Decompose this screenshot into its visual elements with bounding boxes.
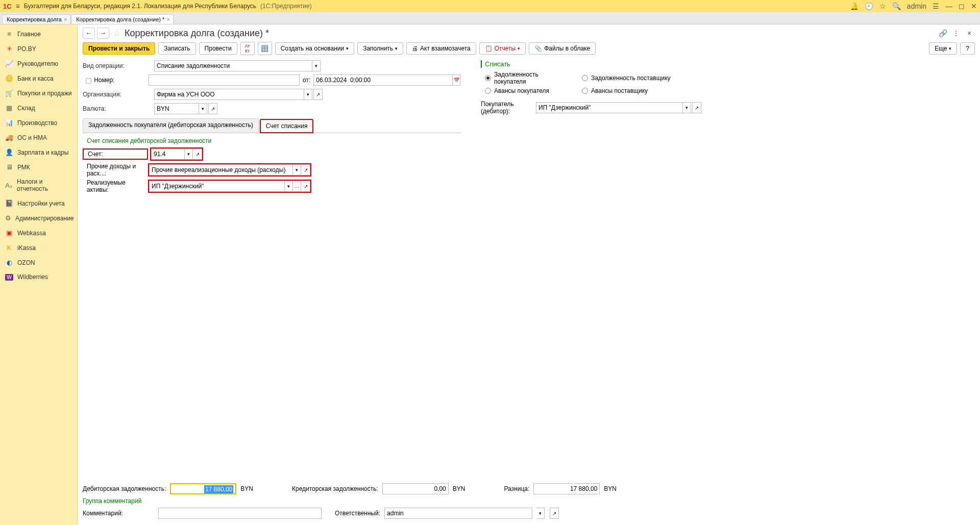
sidebar-item-assets[interactable]: 🚚ОС и НМА [0,130,77,145]
more-button[interactable]: Еще ▾ [929,42,957,55]
history-icon[interactable]: 🕘 [865,2,873,10]
radio-supplier-advance[interactable]: Авансы поставщику [582,87,674,94]
back-button[interactable]: ← [83,28,95,39]
sidebar-item-bank[interactable]: 🪙Банк и касса [0,71,77,86]
income-input[interactable] [149,164,293,176]
post-close-button[interactable]: Провести и закрыть [83,42,155,55]
responsible-input[interactable] [384,508,532,519]
sidebar-item-label: Налоги и отчетность [17,178,72,192]
menu-icon[interactable]: ☰ [933,2,939,10]
debtor-label: Дебиторская задолженность: [83,485,166,492]
sidebar-item-trade[interactable]: 🛒Покупки и продажи [0,86,77,101]
favorite-icon[interactable]: ☆ [113,29,120,38]
org-input[interactable] [154,89,304,100]
dropdown-icon[interactable]: ▾ [312,60,321,71]
help-button[interactable]: ? [960,42,975,55]
dropdown-icon[interactable]: ▾ [536,508,545,519]
post-button[interactable]: Провести [199,42,237,55]
maximize-icon[interactable]: ◻ [959,2,965,10]
search-icon[interactable]: 🔍 [892,2,901,10]
radio-buyer-advance[interactable]: Авансы покупателя [485,87,572,94]
debtor-input[interactable]: 17 880,00 [170,483,236,494]
sidebar-item-salary[interactable]: 👤Зарплата и кадры [0,145,77,160]
kebab-icon[interactable]: ⋮ [950,28,962,39]
operation-input[interactable] [154,60,312,71]
radio-supplier-debt[interactable]: Задолженность поставщику [582,71,674,85]
date-input[interactable] [313,74,453,86]
sidebar-item-warehouse[interactable]: ▦Склад [0,101,77,115]
radio-label: Задолженность покупателя [494,71,572,85]
open-icon[interactable]: ↗ [313,89,323,100]
link-icon[interactable]: 🔗 [937,28,948,39]
user-label[interactable]: admin [907,2,926,10]
bell-icon[interactable]: 🔔 [850,2,859,10]
doc-tab-2[interactable]: Корректировка долга (создание) * × [71,14,173,24]
open-icon[interactable]: ↗ [301,164,310,176]
open-icon[interactable]: ↗ [193,148,202,160]
sidebar-item-tax[interactable]: AₓНалоги и отчетность [0,174,77,196]
buyer-input[interactable] [536,102,683,113]
sidebar-item-webkassa[interactable]: ▣Webkassa [0,226,77,240]
home-icon: ≡ [5,30,13,38]
ikassa-icon: K [5,244,13,252]
tab-debt[interactable]: Задолженность покупателя (дебиторская за… [83,118,259,133]
comment-input[interactable] [158,508,322,519]
dropdown-icon[interactable]: ▾ [185,148,193,160]
sidebar-item-ikassa[interactable]: KiKassa [0,240,77,255]
sidebar-item-label: OZON [17,259,35,266]
fill-button[interactable]: Заполнить ▾ [357,42,403,55]
person-icon: 👤 [5,148,13,156]
close-icon[interactable]: ✕ [971,2,977,10]
open-icon[interactable]: ↗ [550,508,559,519]
open-icon[interactable]: ↗ [208,103,217,114]
radio-buyer-debt[interactable]: Задолженность покупателя [485,71,572,85]
sidebar-item-admin[interactable]: ⚙Администрирование [0,211,77,226]
sidebar-item-wildberries[interactable]: WWildberries [0,270,77,284]
act-button[interactable]: 🖨 Акт взаимозачета [406,42,476,55]
toolbar: Провести и закрыть Записать Провести АтК… [83,42,975,55]
forward-button[interactable]: → [97,28,109,39]
tab-writeoff-account[interactable]: Счет списания [260,119,314,133]
sidebar-item-manager[interactable]: 📈Руководителю [0,56,77,71]
dropdown-icon[interactable]: ▾ [285,181,293,192]
ellipsis-icon[interactable]: … [293,181,301,192]
reports-button[interactable]: 📋 Отчеты ▾ [479,42,526,55]
sidebar-item-rmk[interactable]: 🖥РМК [0,160,77,174]
diff-input[interactable] [533,483,600,494]
save-button[interactable]: Записать [158,42,195,55]
sidebar-item-main[interactable]: ≡Главное [0,27,77,41]
minimize-icon[interactable]: — [945,2,952,10]
calendar-icon[interactable]: 📅 [453,74,460,86]
close-icon[interactable]: × [64,16,67,22]
sidebar-item-production[interactable]: 📊Производство [0,115,77,130]
number-input[interactable] [149,74,300,86]
sidebar-item-ozon[interactable]: ◐OZON [0,255,77,270]
creditor-input[interactable] [382,483,449,494]
radio-label: Авансы покупателя [494,87,549,94]
dropdown-icon[interactable]: ▾ [683,102,691,113]
assets-input[interactable] [149,181,285,192]
comment-group-link[interactable]: Группа комментарий [83,497,141,505]
dropdown-icon[interactable]: ▾ [199,103,207,114]
account-input[interactable] [151,148,185,160]
monitor-icon: 🖥 [5,163,13,171]
open-icon[interactable]: ↗ [692,102,701,113]
create-based-button[interactable]: Создать на основании ▾ [275,42,355,55]
doc-tab-1[interactable]: Корректировка долга × [2,14,70,24]
sidebar-item-settings[interactable]: 📓Настройки учета [0,196,77,211]
hamburger-icon[interactable]: ≡ [16,2,20,10]
close-icon[interactable]: × [166,16,169,22]
close-page-icon[interactable]: × [964,28,975,39]
dropdown-icon[interactable]: ▾ [293,164,301,176]
files-button[interactable]: 📎 Файлы в облаке [529,42,596,55]
open-icon[interactable]: ↗ [301,181,310,192]
tree-icon[interactable]: 🔢 [258,42,272,55]
debtor-cur: BYN [240,485,253,492]
sidebar-item-label: Wildberries [17,273,48,281]
dtct-icon[interactable]: АтКт [240,42,255,55]
sidebar-item-poby[interactable]: ✳PO.BY [0,41,77,56]
star-icon[interactable]: ☆ [879,2,886,10]
gear-icon: ⚙ [5,214,11,222]
dropdown-icon[interactable]: ▾ [304,89,312,100]
currency-input[interactable] [154,103,199,114]
